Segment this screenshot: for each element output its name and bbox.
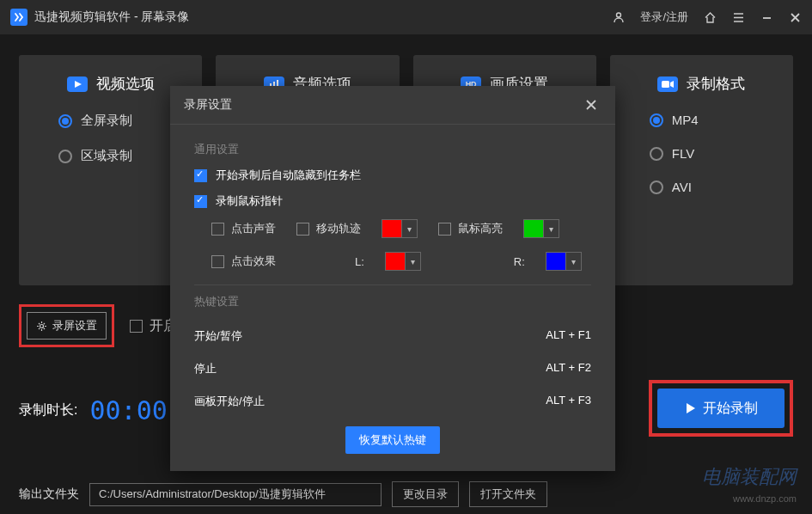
checkbox-icon <box>130 320 143 333</box>
cb-label: 开始录制后自动隐藏到任务栏 <box>216 168 361 183</box>
color-swatch-red <box>382 220 401 237</box>
restore-default-hotkeys-button[interactable]: 恢复默认热键 <box>345 426 440 454</box>
card-format: 录制格式 MP4 FLV AVI <box>610 55 793 285</box>
close-icon <box>584 98 598 112</box>
hotkey-keys: ALT + F1 <box>546 328 591 344</box>
general-section-title: 通用设置 <box>194 142 591 157</box>
checkbox-icon <box>438 223 451 236</box>
svg-rect-5 <box>662 81 669 88</box>
svg-point-0 <box>617 13 621 17</box>
highlight-settings-box: 录屏设置 <box>19 304 114 347</box>
label-R: R: <box>514 255 525 268</box>
hotkey-section-title: 热键设置 <box>194 294 591 309</box>
card-video-title-text: 视频选项 <box>96 74 155 94</box>
change-dir-button[interactable]: 更改目录 <box>392 481 459 507</box>
radio-icon <box>58 150 72 163</box>
cb-mouse-highlight[interactable]: 鼠标高亮 <box>438 221 503 236</box>
recording-settings-button[interactable]: 录屏设置 <box>27 312 107 340</box>
checkbox-icon <box>211 255 224 268</box>
svg-marker-6 <box>670 81 674 88</box>
checkbox-icon <box>194 169 207 182</box>
close-icon[interactable] <box>789 11 802 24</box>
gear-icon <box>36 321 47 332</box>
card-format-title-text: 录制格式 <box>687 74 745 94</box>
hotkey-keys: ALT + F2 <box>546 361 591 376</box>
radio-region[interactable]: 区域录制 <box>58 148 183 164</box>
left-click-color-combo[interactable]: ▾ <box>385 252 421 271</box>
login-link[interactable]: 登录/注册 <box>640 9 688 25</box>
titlebar-right: 登录/注册 <box>613 9 802 25</box>
cb-record-cursor[interactable]: 录制鼠标指针 <box>194 193 591 209</box>
radio-fullscreen[interactable]: 全屏录制 <box>58 113 183 129</box>
hotkey-name: 开始/暂停 <box>194 328 242 344</box>
play-icon <box>684 402 696 414</box>
svg-point-7 <box>40 324 44 327</box>
trail-color-combo[interactable]: ▾ <box>382 219 418 238</box>
dialog-header: 录屏设置 <box>170 86 615 125</box>
radio-icon <box>650 181 663 194</box>
right-click-color-combo[interactable]: ▾ <box>546 252 582 271</box>
chevron-down-icon: ▾ <box>565 253 581 270</box>
highlight-color-combo[interactable]: ▾ <box>523 219 559 238</box>
title-bar: 迅捷视频剪辑软件 - 屏幕录像 登录/注册 <box>0 0 812 34</box>
svg-marker-1 <box>75 81 82 88</box>
user-icon[interactable] <box>613 11 625 23</box>
start-btn-label: 开始录制 <box>703 400 758 418</box>
chevron-down-icon: ▾ <box>543 220 559 237</box>
bottom-bar: 输出文件夹 更改目录 打开文件夹 <box>0 474 812 514</box>
minimize-icon[interactable] <box>760 11 773 24</box>
hotkey-row-stop: 停止 ALT + F2 <box>194 352 591 385</box>
start-record-button[interactable]: 开始录制 <box>657 389 785 428</box>
color-swatch-blue <box>546 253 565 270</box>
timer-value: 00:00 <box>89 395 167 425</box>
radio-icon <box>650 113 663 127</box>
radio-icon <box>58 114 72 128</box>
app-logo-icon <box>10 9 27 26</box>
radio-label: AVI <box>672 180 692 194</box>
label-L: L: <box>355 255 364 268</box>
svg-marker-8 <box>687 403 695 413</box>
open-folder-button[interactable]: 打开文件夹 <box>469 481 547 507</box>
hotkey-name: 画板开始/停止 <box>194 394 265 409</box>
output-path-input[interactable] <box>89 483 382 506</box>
chevron-down-icon: ▾ <box>401 220 417 237</box>
cb-label: 鼠标高亮 <box>458 221 503 236</box>
hotkey-name: 停止 <box>194 361 217 376</box>
radio-label: 全屏录制 <box>81 113 132 129</box>
timer-label: 录制时长: <box>19 401 77 419</box>
cb-move-trail[interactable]: 移动轨迹 <box>296 221 361 236</box>
chevron-down-icon: ▾ <box>405 253 420 270</box>
checkbox-icon <box>194 195 207 208</box>
settings-btn-label: 录屏设置 <box>52 318 97 333</box>
dialog-title: 录屏设置 <box>184 97 232 113</box>
cb-label: 录制鼠标指针 <box>216 193 283 209</box>
radio-label: FLV <box>672 146 694 161</box>
highlight-start-box: 开始录制 <box>649 380 793 437</box>
checkbox-icon <box>211 223 224 236</box>
cb-label: 移动轨迹 <box>316 221 361 236</box>
hotkey-row-start-pause: 开始/暂停 ALT + F1 <box>194 320 591 352</box>
home-icon[interactable] <box>704 11 717 24</box>
recording-settings-dialog: 录屏设置 通用设置 开始录制后自动隐藏到任务栏 录制鼠标指针 点击声音 移动轨迹 <box>170 86 615 471</box>
video-icon <box>67 76 88 92</box>
output-label: 输出文件夹 <box>19 486 79 502</box>
hotkey-keys: ALT + F3 <box>546 394 591 409</box>
cb-label: 点击效果 <box>231 254 276 269</box>
cb-click-sound[interactable]: 点击声音 <box>211 221 276 236</box>
radio-label: MP4 <box>672 113 699 127</box>
menu-icon[interactable] <box>732 11 745 24</box>
app-title: 迅捷视频剪辑软件 - 屏幕录像 <box>34 9 189 25</box>
checkbox-icon <box>296 223 309 236</box>
hotkey-row-board: 画板开始/停止 ALT + F3 <box>194 385 591 418</box>
radio-flv[interactable]: FLV <box>650 146 774 161</box>
camera-icon <box>657 76 678 92</box>
card-video-title: 视频选项 <box>38 74 183 94</box>
cb-label: 点击声音 <box>231 221 276 236</box>
dialog-close-button[interactable] <box>581 95 601 115</box>
cb-click-effect[interactable]: 点击效果 <box>211 254 276 269</box>
radio-avi[interactable]: AVI <box>650 180 774 194</box>
titlebar-left: 迅捷视频剪辑软件 - 屏幕录像 <box>10 9 189 26</box>
radio-label: 区域录制 <box>81 148 132 164</box>
radio-mp4[interactable]: MP4 <box>650 113 774 127</box>
cb-hide-taskbar[interactable]: 开始录制后自动隐藏到任务栏 <box>194 168 591 183</box>
